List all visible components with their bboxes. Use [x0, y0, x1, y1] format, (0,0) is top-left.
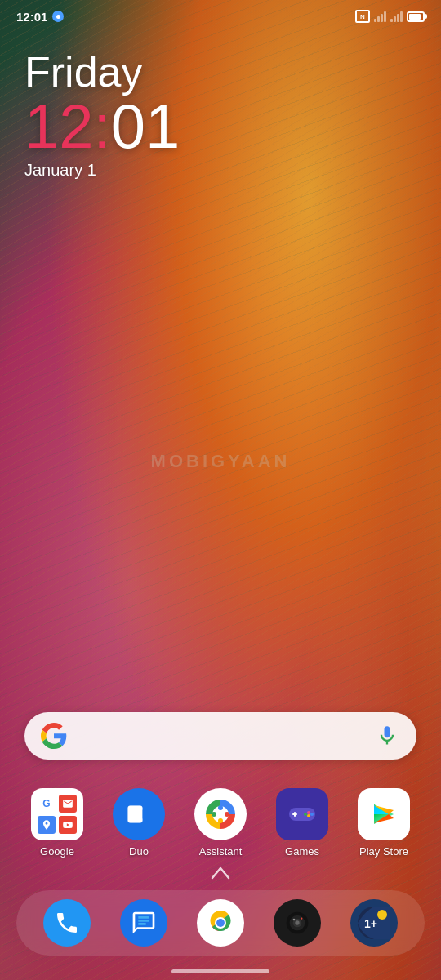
nfc-icon: N [355, 10, 370, 23]
app-item-google[interactable]: G Google [21, 788, 93, 858]
svg-point-27 [377, 910, 387, 920]
games-icon [276, 788, 328, 840]
maps-mini-icon [38, 816, 56, 834]
google-logo [39, 721, 69, 751]
signal-icon [374, 11, 386, 22]
play-store-icon [358, 788, 410, 840]
status-time: 12:01 [16, 10, 64, 24]
voice-search-icon[interactable] [372, 721, 402, 751]
svg-point-7 [212, 812, 216, 817]
svg-point-14 [307, 814, 310, 817]
svg-point-5 [225, 812, 229, 817]
app-row: G Google Duo [0, 788, 441, 858]
search-bar[interactable] [24, 712, 416, 760]
dock-camera[interactable] [274, 899, 321, 947]
minute-display: 01 [111, 91, 180, 161]
status-bar: 12:01 N [0, 0, 441, 33]
bottom-dock: 1+ [16, 890, 425, 956]
status-icons: N [355, 10, 425, 23]
svg-point-6 [218, 818, 223, 823]
svg-rect-0 [128, 806, 143, 823]
colon: : [94, 91, 111, 161]
svg-point-4 [218, 805, 223, 810]
svg-point-23 [295, 920, 299, 924]
watermark: MOBIGYAAN [151, 451, 291, 472]
svg-point-24 [293, 919, 296, 921]
dock-chrome[interactable] [197, 899, 244, 947]
play-store-label: Play Store [359, 845, 408, 858]
day-name: Friday [24, 49, 180, 96]
swipe-up-indicator [211, 866, 230, 884]
assistant-label: Assistant [199, 845, 243, 858]
svg-point-12 [307, 811, 310, 814]
app-item-duo[interactable]: Duo [103, 788, 175, 858]
svg-rect-11 [292, 813, 297, 815]
dock-messages[interactable] [120, 899, 167, 947]
google-mini-icon: G [38, 795, 56, 813]
clock-time: 12:01 [24, 96, 180, 158]
svg-point-15 [304, 813, 307, 816]
youtube-mini-icon [59, 816, 77, 834]
svg-point-13 [310, 813, 314, 816]
duo-label: Duo [129, 845, 149, 858]
google-label: Google [40, 845, 74, 858]
svg-point-19 [216, 919, 225, 927]
clock-display: 12:01 [16, 10, 47, 24]
dock-oneplus[interactable]: 1+ [350, 899, 398, 947]
hour-display: 12 [24, 91, 94, 161]
date-display: January 1 [24, 161, 180, 180]
app-item-games[interactable]: Games [266, 788, 338, 858]
google-folder-icon: G [31, 788, 83, 840]
gmail-mini-icon [59, 795, 77, 813]
svg-point-25 [301, 918, 302, 920]
home-bar [172, 969, 270, 973]
app-item-assistant[interactable]: Assistant [185, 788, 256, 858]
svg-text:1+: 1+ [364, 917, 377, 930]
dock-phone[interactable] [43, 899, 91, 947]
clock-section: Friday 12:01 January 1 [24, 49, 180, 180]
duo-icon [113, 788, 165, 840]
assistant-icon [194, 788, 247, 840]
battery-icon [407, 11, 425, 22]
signal-icon-2 [390, 11, 403, 22]
app-item-playstore[interactable]: Play Store [348, 788, 420, 858]
games-label: Games [285, 845, 319, 858]
location-icon [52, 11, 64, 22]
